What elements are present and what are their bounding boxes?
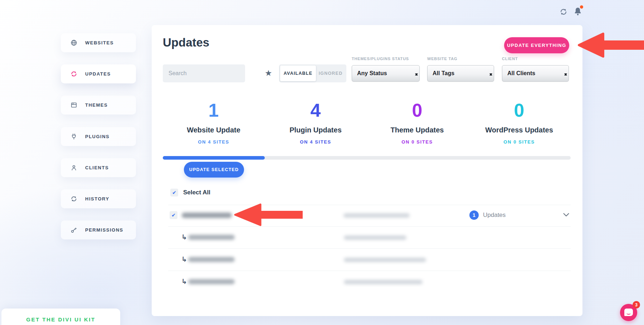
sidebar-item-label: CLIENTS	[85, 165, 109, 170]
stat-sublabel: ON 4 SITES	[167, 139, 260, 145]
page-title: Updates	[163, 36, 209, 49]
stat-label: Website Update	[167, 126, 260, 134]
sidebar-item-updates[interactable]: UPDATES	[61, 64, 136, 83]
stat-sublabel: ON 0 SITES	[473, 139, 566, 145]
client-select-value: All Clients	[507, 70, 535, 77]
site-url-redacted	[344, 258, 426, 262]
sidebar-item-label: PLUGINS	[85, 134, 109, 139]
filter-label-status: THEMES/PLUGINS STATUS	[352, 57, 409, 61]
divi-ui-kit-promo-link[interactable]: GET THE DIVI UI KIT	[1, 309, 120, 325]
stat-value: 0	[473, 101, 566, 120]
select-all-checkbox[interactable]: ✔	[170, 189, 178, 197]
globe-icon	[70, 39, 77, 46]
sidebar-item-label: WEBSITES	[85, 40, 114, 45]
sidebar-item-clients[interactable]: CLIENTS	[61, 158, 136, 177]
chevron-down-icon[interactable]	[563, 213, 569, 217]
site-url-redacted	[343, 213, 410, 218]
availability-toggle: AVAILABLE IGNORED	[279, 64, 346, 82]
window-icon	[70, 102, 77, 108]
child-arrow-icon: ↳	[181, 255, 187, 263]
user-icon	[70, 164, 77, 171]
page-background: { "topbar": { "icons": ["refresh-icon", …	[0, 0, 644, 325]
sidebar-item-themes[interactable]: THEMES	[61, 96, 136, 115]
chat-smile-icon	[626, 312, 631, 315]
stat-value: 0	[371, 101, 464, 120]
check-icon: ✔	[172, 190, 176, 195]
sidebar-item-history[interactable]: HISTORY	[61, 189, 136, 208]
sidebar-item-label: PERMISSIONS	[85, 227, 123, 233]
site-row-checkbox[interactable]: ✔	[170, 211, 177, 219]
status-select-value: Any Status	[357, 70, 387, 77]
toggle-available[interactable]: AVAILABLE	[280, 66, 316, 81]
sidebar-item-label: HISTORY	[85, 196, 109, 202]
sync-all-button[interactable]	[560, 8, 567, 17]
key-icon	[70, 227, 77, 233]
tag-select[interactable]: All Tags	[427, 65, 494, 82]
update-progress-bar	[163, 156, 571, 160]
updates-panel: Updates UPDATE EVERYTHING ★ AVAILABLE IG…	[152, 25, 582, 316]
unread-notification-dot	[580, 5, 583, 9]
child-arrow-icon: ↳	[181, 277, 187, 285]
stat-value: 4	[269, 101, 362, 120]
history-icon	[70, 195, 77, 202]
promo-label: GET THE DIVI UI KIT	[26, 316, 95, 325]
site-name-redacted	[182, 213, 232, 218]
child-arrow-icon: ↳	[181, 233, 187, 241]
refresh-icon	[560, 8, 567, 16]
sidebar-item-label: THEMES	[85, 102, 108, 108]
stat-label: Plugin Updates	[269, 126, 362, 134]
site-url-redacted	[344, 280, 423, 284]
sidebar-item-label: UPDATES	[85, 71, 111, 77]
stat-label: Theme Updates	[371, 126, 464, 134]
stat-sublabel: ON 0 SITES	[371, 139, 464, 145]
site-name-redacted	[188, 235, 235, 240]
site-name-redacted	[188, 257, 235, 262]
sidebar-item-permissions[interactable]: PERMISSIONS	[61, 220, 136, 239]
search-input[interactable]	[163, 64, 245, 82]
annotation-arrow-update-everything	[577, 32, 644, 58]
chat-unread-badge: 3	[633, 301, 640, 309]
favorites-star-icon[interactable]: ★	[265, 68, 272, 78]
updates-count-badge: 1	[469, 210, 479, 220]
update-everything-button[interactable]: UPDATE EVERYTHING	[504, 37, 569, 53]
sidebar-item-websites[interactable]: WEBSITES	[61, 33, 136, 52]
stat-value: 1	[167, 101, 260, 120]
refresh-icon	[70, 71, 77, 77]
stat-sublabel: ON 4 SITES	[269, 139, 362, 145]
stat-label: WordPress Updates	[473, 126, 566, 134]
stat-website-updates: 1 Website Update ON 4 SITES	[167, 101, 260, 145]
stat-plugin-updates: 4 Plugin Updates ON 4 SITES	[269, 101, 362, 145]
stat-wordpress-updates: 0 WordPress Updates ON 0 SITES	[473, 101, 566, 145]
filter-label-tag: WEBSITE TAG	[427, 57, 457, 61]
plug-icon	[70, 133, 77, 140]
site-name-redacted	[188, 279, 235, 284]
tag-select-value: All Tags	[433, 70, 454, 77]
toggle-ignored[interactable]: IGNORED	[316, 66, 345, 81]
stat-theme-updates: 0 Theme Updates ON 0 SITES	[371, 101, 464, 145]
update-progress-fill	[163, 156, 265, 160]
client-select[interactable]: All Clients	[502, 65, 569, 82]
annotation-arrow-site-row	[233, 203, 303, 227]
check-icon: ✔	[171, 212, 176, 218]
select-all-label: Select All	[183, 189, 210, 196]
sidebar-item-plugins[interactable]: PLUGINS	[61, 127, 136, 146]
update-selected-button[interactable]: UPDATE SELECTED	[184, 162, 244, 178]
updates-badge-label: Updates	[483, 212, 506, 219]
filter-label-client: CLIENT	[502, 57, 518, 61]
status-select[interactable]: Any Status	[352, 65, 420, 82]
site-url-redacted	[344, 236, 406, 240]
